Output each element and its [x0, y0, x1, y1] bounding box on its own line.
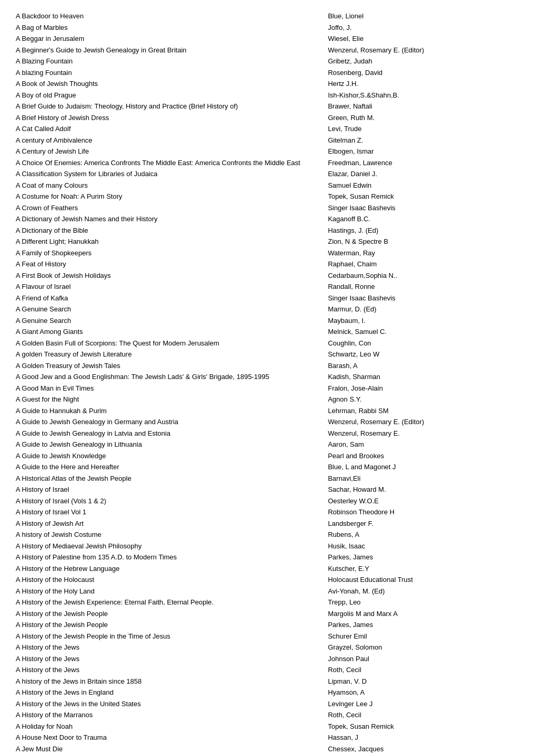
book-author: Robinson Theodore H [328, 507, 519, 517]
table-row: A Beggar in JerusalemWiesel, Elie [16, 33, 519, 45]
book-author: Levi, Trude [328, 124, 519, 134]
book-author: Green, Ruth M. [328, 113, 519, 123]
book-title: A History of Israel Vol 1 [16, 507, 318, 517]
book-author: Rosenberg, David [328, 68, 519, 78]
book-title: A Giant Among Giants [16, 327, 318, 337]
book-title: A History of Jewish Art [16, 519, 318, 529]
book-author: Gitelman Z. [328, 135, 519, 146]
book-author: Gribetz, Judah [328, 56, 519, 67]
table-row: A History of the Jews in EnglandHyamson,… [16, 687, 519, 698]
table-row: A Family of ShopkeepersWaterman, Ray [16, 247, 519, 259]
book-title: A Guide to Jewish Genealogy in Lithuania [16, 439, 318, 450]
book-author: Brawer, Naftali [328, 101, 519, 112]
table-row: A century of AmbivalenceGitelman Z. [16, 135, 519, 146]
table-row: A Flavour of IsraelRandall, Ronne [16, 281, 519, 293]
book-author: Singer Isaac Bashevis [328, 293, 519, 304]
table-row: A History of the JewsJohnson Paul [16, 653, 519, 665]
table-row: A Giant Among GiantsMelnick, Samuel C. [16, 326, 519, 338]
book-title: A Century of Jewish Life [16, 146, 318, 157]
book-title: A Crown of Feathers [16, 203, 318, 213]
table-row: A History of Jewish ArtLandsberger F. [16, 518, 519, 530]
book-author: Randall, Ronne [328, 282, 519, 292]
table-row: A Good Man in Evil TimesFralon, Jose-Ala… [16, 383, 519, 394]
book-title: A History of Mediaeval Jewish Philosophy [16, 541, 318, 552]
book-title: A Choice Of Enemies: America Confronts T… [16, 158, 318, 168]
book-title: A History of the Jewish People in the Ti… [16, 631, 318, 642]
book-title: A Golden Treasury of Jewish Tales [16, 361, 318, 371]
book-author: Freedman, Lawrence [328, 158, 519, 168]
book-author: Grayzel, Solomon [328, 642, 519, 653]
table-row: A Guide to Jewish Genealogy in Germany a… [16, 416, 519, 428]
book-title: A Good Jew and a Good Englishman: The Je… [16, 372, 318, 382]
book-author: Topek, Susan Remick [328, 191, 519, 202]
table-row: A Boy of old PragueIsh-Kishor,S.&Shahn,B… [16, 90, 519, 101]
book-title: A Guide to Jewish Knowledge [16, 451, 318, 461]
book-author: Topek, Susan Remick [328, 721, 519, 732]
book-title: A Guide to the Here and Hereafter [16, 462, 318, 472]
book-title: A History of the Jewish People [16, 620, 318, 630]
book-author: Sachar, Howard M. [328, 484, 519, 495]
book-title: A Family of Shopkeepers [16, 248, 318, 258]
book-title: A History of the Hebrew Language [16, 564, 318, 574]
book-author: Maybaum, I. [328, 316, 519, 326]
book-title: A century of Ambivalence [16, 135, 318, 146]
book-author: Ish-Kishor,S.&Shahn,B. [328, 90, 519, 101]
book-author: Schurer Emil [328, 631, 519, 642]
table-row: A History of the JewsGrayzel, Solomon [16, 642, 519, 653]
book-author: Kaganoff B.C. [328, 214, 519, 224]
book-title: A History of the Jewish Experience: Eter… [16, 597, 318, 608]
table-row: A History of the Hebrew LanguageKutscher… [16, 563, 519, 575]
book-title: A House Next Door to Trauma [16, 732, 318, 743]
book-title: A Dictionary of Jewish Names and their H… [16, 214, 318, 224]
book-title: A History of the Jews [16, 642, 318, 653]
book-title: A Classification System for Libraries of… [16, 169, 318, 179]
book-author: Cedarbaum,Sophia N.. [328, 271, 519, 281]
book-title: A Good Man in Evil Times [16, 383, 318, 394]
book-author: Kadish, Sharman [328, 372, 519, 382]
table-row: A Guide to Jewish Genealogy in Latvia an… [16, 428, 519, 439]
table-row: A History of the Jewish People in the Ti… [16, 631, 519, 642]
book-author: Barash, A [328, 361, 519, 371]
book-author: Raphael, Chaim [328, 259, 519, 269]
table-row: A Century of Jewish LifeElbogen, Ismar [16, 146, 519, 157]
book-author: Wiesel, Elie [328, 34, 519, 44]
table-row: A Brief Guide to Judaism: Theology, Hist… [16, 101, 519, 112]
book-title: A Feat of History [16, 259, 318, 269]
table-row: A Holiday for NoahTopek, Susan Remick [16, 721, 519, 732]
book-author: Levinger Lee J [328, 699, 519, 709]
book-author: Wenzerul, Rosemary E. (Editor) [328, 45, 519, 56]
book-title: A Genuine Search [16, 304, 318, 315]
book-title: A Guide to Jewish Genealogy in Germany a… [16, 417, 318, 427]
book-author: Elbogen, Ismar [328, 146, 519, 157]
table-row: A Genuine SearchMaybaum, I. [16, 315, 519, 327]
book-author: Melnick, Samuel C. [328, 327, 519, 337]
book-author: Roth, Cecil [328, 710, 519, 720]
table-row: A Choice Of Enemies: America Confronts T… [16, 157, 519, 169]
book-author: Coughlin, Con [328, 338, 519, 349]
book-title: A History of the Holy Land [16, 586, 318, 597]
table-row: A Guide to the Here and HereafterBlue, L… [16, 461, 519, 473]
book-title: A Different Light; Hanukkah [16, 236, 318, 247]
table-row: A Golden Treasury of Jewish TalesBarash,… [16, 360, 519, 372]
book-title: A Guest for the Night [16, 394, 318, 405]
book-title: A Guide to Jewish Genealogy in Latvia an… [16, 428, 318, 439]
table-row: A Jew Must DieChessex, Jacques [16, 743, 519, 755]
book-title: A golden Treasury of Jewish Literature [16, 349, 318, 360]
table-row: A Classification System for Libraries of… [16, 168, 519, 180]
book-author: Oesterley W.O.E [328, 496, 519, 506]
table-row: A Backdoor to HeavenBlue, Lionel [16, 10, 519, 22]
book-author: Fralon, Jose-Alain [328, 383, 519, 394]
book-author: Parkes, James [328, 552, 519, 563]
table-row: A Beginner's Guide to Jewish Genealogy i… [16, 45, 519, 56]
book-author: Kutscher, E.Y [328, 564, 519, 574]
book-author: Blue, L and Magonet J [328, 462, 519, 472]
book-title: A Bag of Marbles [16, 23, 318, 33]
table-row: A Coat of many ColoursSamuel Edwin [16, 180, 519, 191]
table-row: A History of the HolocaustHolocaust Educ… [16, 574, 519, 586]
book-title: A Book of Jewish Thoughts [16, 79, 318, 89]
table-row: A Crown of FeathersSinger Isaac Bashevis [16, 202, 519, 214]
book-author: Hertz J.H. [328, 79, 519, 89]
table-row: A Good Jew and a Good Englishman: The Je… [16, 371, 519, 383]
book-title: A Cat Called Adolf [16, 124, 318, 134]
book-title: A Boy of old Prague [16, 90, 318, 101]
